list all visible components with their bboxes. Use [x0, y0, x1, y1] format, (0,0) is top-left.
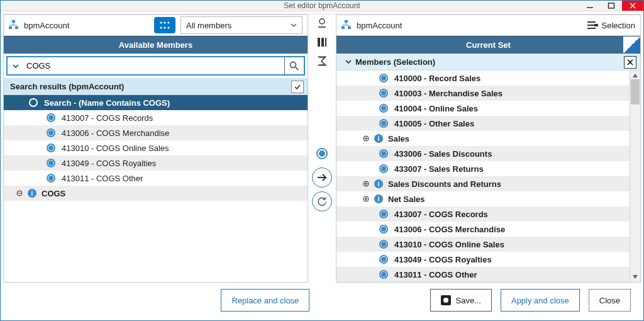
- list-item[interactable]: 413006 - COGS Merchandise: [4, 125, 308, 140]
- selection-mode-label: Selection: [602, 21, 635, 30]
- member-label: 413049 - COGS Royalties: [62, 159, 156, 168]
- left-tree[interactable]: Search - (Name Contains COGS) 413007 - C…: [4, 95, 308, 201]
- members-selection-label: Members (Selection): [355, 57, 435, 67]
- list-item[interactable]: 413007 - COGS Records: [336, 206, 640, 222]
- member-label: 413011 - COGS Other: [62, 174, 143, 183]
- list-item[interactable]: 413010 - COGS Online Sales: [336, 237, 640, 252]
- member-label: 413006 - COGS Merchandise: [62, 128, 169, 138]
- remove-selection-button[interactable]: [624, 56, 636, 69]
- member-label: 433006 - Sales Discounts: [394, 149, 492, 159]
- member-bullet-icon: [379, 225, 388, 234]
- save-button[interactable]: Save...: [430, 289, 492, 312]
- window-controls: [579, 1, 643, 11]
- member-bullet-icon: [379, 119, 388, 128]
- view-filter-dropdown[interactable]: All members: [180, 16, 303, 34]
- left-toolbar: bpmAccount All members: [4, 15, 308, 36]
- member-bullet-icon: [47, 113, 55, 122]
- current-set-title: Current Set: [466, 40, 511, 50]
- svg-rect-20: [321, 38, 324, 47]
- member-bullet-icon: [47, 128, 55, 137]
- view-filter-value: All members: [186, 21, 231, 30]
- list-item[interactable]: 433007 - Sales Returns: [336, 161, 640, 176]
- list-item[interactable]: 413011 - COGS Other: [336, 267, 640, 282]
- member-label: 413007 - COGS Records: [394, 210, 488, 219]
- minimize-button[interactable]: [579, 1, 601, 11]
- transfer-selected-button[interactable]: [312, 144, 332, 164]
- member-bullet-icon: [379, 240, 388, 249]
- member-bullet-icon: [47, 144, 55, 152]
- list-item[interactable]: 413049 - COGS Royalties: [4, 155, 308, 171]
- apply-and-close-button[interactable]: Apply and close: [501, 289, 580, 312]
- list-item[interactable]: 413049 - COGS Royalties: [336, 252, 640, 267]
- replace-and-close-button[interactable]: Replace and close: [221, 289, 309, 312]
- info-icon: i: [374, 179, 383, 188]
- info-icon: i: [28, 189, 36, 198]
- scroll-up-icon[interactable]: [632, 72, 638, 79]
- right-hierarchy-name: bpmAccount: [357, 21, 402, 30]
- search-button[interactable]: [284, 57, 304, 74]
- group-bullet-icon: [29, 98, 38, 107]
- commit-search-icon[interactable]: [291, 81, 304, 93]
- tree-node-label: COGS: [42, 189, 65, 198]
- chevron-down-icon: [291, 22, 297, 28]
- search-group-label: Search - (Name Contains COGS): [44, 98, 170, 108]
- list-item[interactable]: 413010 - COGS Online Sales: [4, 140, 308, 155]
- search-expand-button[interactable]: [8, 57, 24, 74]
- search-results-header[interactable]: Search results (bpmAccount): [4, 78, 308, 95]
- tree-node[interactable]: i Net Sales: [336, 191, 640, 206]
- svg-point-9: [167, 21, 169, 23]
- svg-rect-6: [15, 26, 18, 29]
- scroll-down-icon[interactable]: [632, 274, 638, 280]
- user-view-icon[interactable]: [313, 16, 331, 31]
- available-members-panel: bpmAccount All members Available Mem: [3, 14, 308, 283]
- member-bullet-icon: [379, 149, 388, 158]
- sigma-icon[interactable]: [313, 54, 331, 69]
- member-label: 413007 - COGS Records: [62, 113, 153, 123]
- vertical-scrollbar[interactable]: [630, 70, 640, 282]
- member-bullet-icon: [47, 174, 55, 183]
- svg-rect-19: [318, 38, 320, 47]
- right-tree[interactable]: 410000 - Record Sales 410003 - Merchandi…: [336, 70, 640, 282]
- member-bullet-icon: [379, 210, 388, 218]
- svg-rect-25: [345, 20, 348, 23]
- members-selection-header[interactable]: Members (Selection): [336, 54, 640, 70]
- titlebar: Set editor bpmAccount: [1, 1, 643, 11]
- collapse-icon[interactable]: [15, 190, 24, 196]
- list-item[interactable]: 413011 - COGS Other: [4, 171, 308, 186]
- list-item[interactable]: 410005 - Other Sales: [336, 116, 640, 131]
- window-title: Set editor bpmAccount: [284, 1, 360, 10]
- member-label: 410004 - Online Sales: [394, 104, 478, 113]
- member-label: 410005 - Other Sales: [394, 119, 474, 128]
- list-item[interactable]: 410003 - Merchandise Sales: [336, 86, 640, 101]
- expand-icon[interactable]: [362, 181, 370, 187]
- svg-point-11: [164, 26, 165, 28]
- close-button[interactable]: Close: [589, 289, 631, 312]
- current-set-panel: bpmAccount Selection Current Set Members…: [336, 14, 641, 283]
- columns-view-icon[interactable]: [313, 35, 331, 50]
- search-group-row[interactable]: Search - (Name Contains COGS): [4, 95, 308, 110]
- close-window-button[interactable]: [622, 1, 643, 11]
- list-item[interactable]: 413007 - COGS Records: [4, 110, 308, 125]
- scroll-thumb[interactable]: [631, 79, 640, 104]
- member-bullet-icon: [379, 74, 388, 82]
- svg-point-13: [291, 62, 296, 67]
- refresh-button[interactable]: [312, 191, 332, 211]
- tree-node[interactable]: i Sales: [336, 131, 640, 146]
- list-item[interactable]: 410004 - Online Sales: [336, 101, 640, 116]
- maximize-button[interactable]: [601, 1, 622, 11]
- expand-icon[interactable]: [362, 135, 370, 142]
- hierarchy-icon: [9, 20, 19, 30]
- view-mode-button[interactable]: [154, 17, 175, 33]
- member-label: 433007 - Sales Returns: [394, 164, 484, 174]
- panel-corner-badge[interactable]: [623, 37, 640, 53]
- list-item[interactable]: 410000 - Record Sales: [336, 70, 640, 86]
- tree-node-cogs[interactable]: i COGS: [4, 186, 308, 201]
- list-item[interactable]: 413006 - COGS Merchandise: [336, 222, 640, 237]
- chevron-down-icon: [345, 59, 352, 65]
- tree-node[interactable]: i Sales Discounts and Returns: [336, 176, 640, 191]
- list-item[interactable]: 433006 - Sales Discounts: [336, 146, 640, 161]
- transfer-right-button[interactable]: [312, 167, 332, 188]
- search-input[interactable]: [24, 57, 284, 74]
- svg-point-7: [160, 21, 162, 23]
- expand-icon[interactable]: [362, 196, 370, 202]
